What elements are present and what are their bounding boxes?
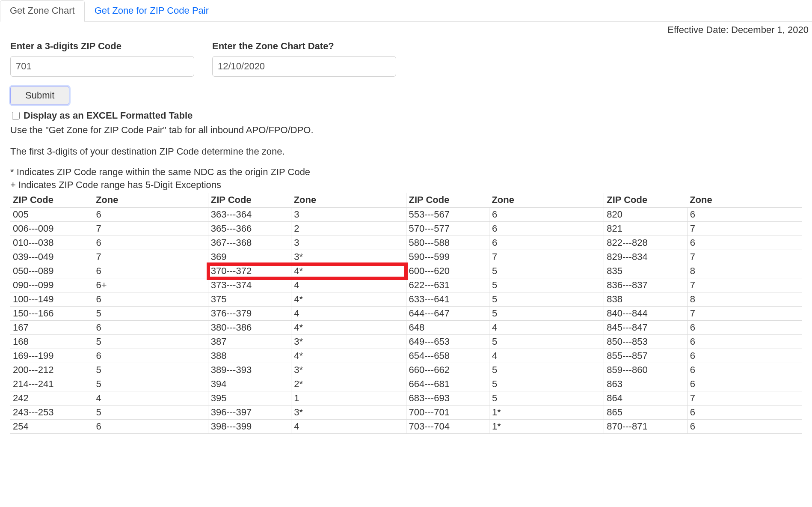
- table-row: 3884*: [208, 349, 406, 363]
- cell-zip: 373---374: [208, 278, 291, 292]
- cell-zone: 4*: [291, 264, 406, 278]
- table-row: 683---6935: [406, 391, 604, 406]
- cell-zone: 7: [687, 278, 802, 292]
- table-row: 633---6415: [406, 292, 604, 307]
- table-row: 850---8536: [604, 335, 802, 349]
- zip-input[interactable]: [10, 56, 194, 77]
- cell-zip: 375: [208, 292, 291, 307]
- cell-zone: 7: [687, 222, 802, 236]
- table-row: 836---8377: [604, 278, 802, 292]
- table-row: 654---6584: [406, 349, 604, 363]
- cell-zone: 8: [687, 292, 802, 307]
- table-row: 365---3662: [208, 222, 406, 236]
- zone-column: ZIP CodeZone363---3643365---3662367---36…: [208, 193, 406, 434]
- zip-field-group: Enter a 3-digits ZIP Code: [10, 41, 194, 77]
- cell-zone: 6+: [93, 278, 208, 292]
- effective-date: Effective Date: December 1, 2020: [667, 24, 809, 36]
- table-row: 3942*: [208, 377, 406, 391]
- cell-zip: 169---199: [10, 349, 93, 363]
- cell-zone: 6: [489, 222, 604, 236]
- cell-zip: 835: [604, 264, 687, 278]
- cell-zone: 3*: [291, 406, 406, 420]
- table-row: 169---1996: [10, 349, 208, 363]
- table-row: 845---8476: [604, 321, 802, 335]
- table-row: 006---0097: [10, 222, 208, 236]
- cell-zone: 6: [687, 377, 802, 391]
- cell-zip: 214---241: [10, 377, 93, 391]
- table-row: 200---2125: [10, 363, 208, 377]
- col-header-zone: Zone: [93, 193, 208, 208]
- table-row: 649---6535: [406, 335, 604, 349]
- cell-zone: 5: [489, 264, 604, 278]
- cell-zone: 7: [687, 250, 802, 264]
- cell-zip: 395: [208, 391, 291, 406]
- table-row: 590---5997: [406, 250, 604, 264]
- cell-zone: 4: [489, 321, 604, 335]
- table-row: 8206: [604, 208, 802, 222]
- table-row: 870---8716: [604, 420, 802, 434]
- table-row: 243---2535: [10, 406, 208, 420]
- content-area: Effective Date: December 1, 2020 Enter a…: [0, 22, 812, 434]
- col-header-zip: ZIP Code: [406, 193, 489, 208]
- cell-zip: 649---653: [406, 335, 489, 349]
- cell-zip: 580---588: [406, 236, 489, 250]
- cell-zip: 865: [604, 406, 687, 420]
- table-row: 3873*: [208, 335, 406, 349]
- cell-zip: 864: [604, 391, 687, 406]
- cell-zip: 389---393: [208, 363, 291, 377]
- cell-zone: 5: [489, 391, 604, 406]
- cell-zone: 3*: [291, 250, 406, 264]
- cell-zip: 050---089: [10, 264, 93, 278]
- cell-zip: 380---386: [208, 321, 291, 335]
- cell-zone: 3*: [291, 363, 406, 377]
- table-row: 8388: [604, 292, 802, 307]
- cell-zone: 6: [687, 321, 802, 335]
- table-row: 700---7011*: [406, 406, 604, 420]
- cell-zone: 5: [93, 363, 208, 377]
- cell-zone: 6: [93, 264, 208, 278]
- table-row: 214---2415: [10, 377, 208, 391]
- note-legend: * Indicates ZIP Code range within the sa…: [10, 166, 802, 191]
- note-apo: Use the "Get Zone for ZIP Code Pair" tab…: [10, 125, 802, 136]
- cell-zip: 622---631: [406, 278, 489, 292]
- cell-zip: 243---253: [10, 406, 93, 420]
- cell-zone: 4*: [291, 321, 406, 335]
- cell-zone: 5: [489, 278, 604, 292]
- date-input[interactable]: [212, 56, 396, 77]
- table-row: 1676: [10, 321, 208, 335]
- cell-zone: 5: [489, 335, 604, 349]
- cell-zip: 254: [10, 420, 93, 434]
- excel-checkbox-row: Display as an EXCEL Formatted Table: [10, 110, 802, 121]
- excel-checkbox[interactable]: [12, 112, 20, 119]
- cell-zone: 6: [93, 292, 208, 307]
- col-header-zip: ZIP Code: [208, 193, 291, 208]
- cell-zip: 369: [208, 250, 291, 264]
- zone-columns: ZIP CodeZone0056006---0097010---0386039-…: [10, 193, 802, 434]
- tab-get-zone-chart[interactable]: Get Zone Chart: [0, 0, 85, 22]
- cell-zip: 821: [604, 222, 687, 236]
- table-row: 703---7041*: [406, 420, 604, 434]
- cell-zip: 836---837: [604, 278, 687, 292]
- cell-zip: 570---577: [406, 222, 489, 236]
- table-row: 622---6315: [406, 278, 604, 292]
- cell-zip: 387: [208, 335, 291, 349]
- cell-zone: 5: [489, 292, 604, 307]
- table-row: 367---3683: [208, 236, 406, 250]
- cell-zone: 2: [291, 222, 406, 236]
- table-row: 829---8347: [604, 250, 802, 264]
- tab-get-zone-pair[interactable]: Get Zone for ZIP Code Pair: [85, 0, 219, 22]
- table-row: 600---6205: [406, 264, 604, 278]
- date-label: Enter the Zone Chart Date?: [212, 41, 396, 52]
- cell-zip: 700---701: [406, 406, 489, 420]
- cell-zone: 6: [489, 208, 604, 222]
- cell-zip: 855---857: [604, 349, 687, 363]
- zip-label: Enter a 3-digits ZIP Code: [10, 41, 194, 52]
- submit-button[interactable]: Submit: [10, 86, 69, 105]
- cell-zone: 6: [93, 349, 208, 363]
- table-row: 8647: [604, 391, 802, 406]
- note-star: * Indicates ZIP Code range within the sa…: [10, 167, 310, 177]
- cell-zip: 822---828: [604, 236, 687, 250]
- cell-zip: 006---009: [10, 222, 93, 236]
- cell-zone: 6: [687, 363, 802, 377]
- cell-zip: 242: [10, 391, 93, 406]
